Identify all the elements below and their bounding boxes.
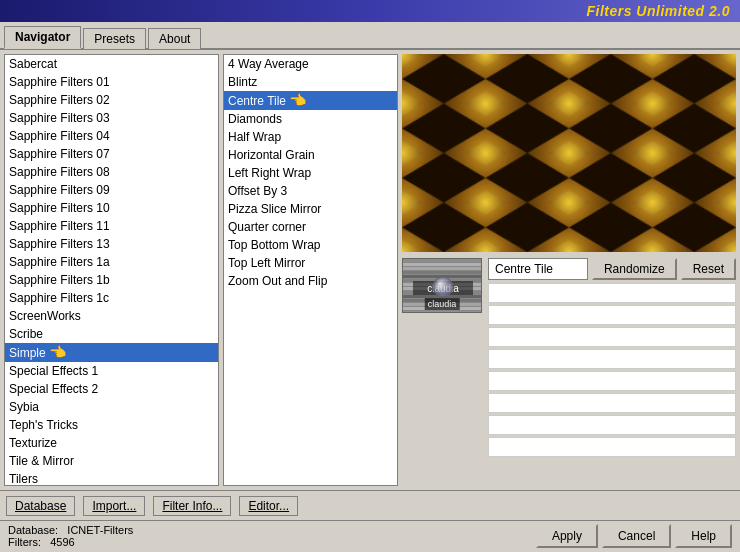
database-button[interactable]: Database <box>6 496 75 516</box>
param-row-4 <box>488 349 736 369</box>
status-bar: Database: ICNET-Filters Filters: 4596 Ap… <box>0 520 740 550</box>
import-button[interactable]: Import... <box>83 496 145 516</box>
cancel-button[interactable]: Cancel <box>602 524 671 548</box>
filter-info-button[interactable]: Filter Info... <box>153 496 231 516</box>
help-button[interactable]: Help <box>675 524 732 548</box>
tab-bar: Navigator Presets About <box>0 22 740 50</box>
bottom-toolbar: Database Import... Filter Info... Editor… <box>0 490 740 520</box>
filter-name-display: Centre Tile <box>488 258 588 280</box>
list-item[interactable]: Sapphire Filters 09 <box>5 181 218 199</box>
filter-list-panel: 4 Way AverageBlintzCentre Tile 👈Diamonds… <box>223 54 398 486</box>
filter-item[interactable]: Top Bottom Wrap <box>224 236 397 254</box>
param-row-5 <box>488 371 736 391</box>
randomize-reset: Randomize Reset <box>592 258 736 280</box>
list-item[interactable]: Sapphire Filters 13 <box>5 235 218 253</box>
filters-label: Filters: <box>8 536 41 548</box>
list-item[interactable]: Special Effects 1 <box>5 362 218 380</box>
param-row-8 <box>488 437 736 457</box>
list-item[interactable]: Sybia <box>5 398 218 416</box>
filter-item[interactable]: Blintz <box>224 73 397 91</box>
list-item[interactable]: Sapphire Filters 01 <box>5 73 218 91</box>
editor-button[interactable]: Editor... <box>239 496 298 516</box>
title-bar: Filters Unlimited 2.0 <box>0 0 740 22</box>
list-item[interactable]: Sapphire Filters 08 <box>5 163 218 181</box>
filter-item[interactable]: Diamonds <box>224 110 397 128</box>
reset-button[interactable]: Reset <box>681 258 736 280</box>
list-item[interactable]: Sapphire Filters 1c <box>5 289 218 307</box>
filter-item[interactable]: 4 Way Average <box>224 55 397 73</box>
category-list[interactable]: SabercatSapphire Filters 01Sapphire Filt… <box>4 54 219 486</box>
database-label: Database: <box>8 524 58 536</box>
database-value: ICNET-Filters <box>67 524 133 536</box>
apply-button[interactable]: Apply <box>536 524 598 548</box>
status-buttons: Apply Cancel Help <box>536 524 732 548</box>
list-item[interactable]: Tile & Mirror <box>5 452 218 470</box>
param-row-3 <box>488 327 736 347</box>
app-title: Filters Unlimited 2.0 <box>586 3 730 19</box>
filters-value: 4596 <box>50 536 74 548</box>
filter-item[interactable]: Half Wrap <box>224 128 397 146</box>
list-item[interactable]: Sapphire Filters 10 <box>5 199 218 217</box>
list-item[interactable]: Tilers <box>5 470 218 486</box>
filter-item[interactable]: Top Left Mirror <box>224 254 397 272</box>
list-item[interactable]: Texturize <box>5 434 218 452</box>
filter-item[interactable]: Quarter corner <box>224 218 397 236</box>
left-panel: SabercatSapphire Filters 01Sapphire Filt… <box>4 54 219 486</box>
filter-item[interactable]: Left Right Wrap <box>224 164 397 182</box>
tab-about[interactable]: About <box>148 28 201 49</box>
param-row-2 <box>488 305 736 325</box>
list-item[interactable]: Sapphire Filters 02 <box>5 91 218 109</box>
param-row-7 <box>488 415 736 435</box>
list-item[interactable]: Teph's Tricks <box>5 416 218 434</box>
tab-navigator[interactable]: Navigator <box>4 26 81 49</box>
param-row-6 <box>488 393 736 413</box>
filter-item[interactable]: Offset By 3 <box>224 182 397 200</box>
preview-canvas <box>402 54 736 252</box>
list-item[interactable]: Sapphire Filters 1b <box>5 271 218 289</box>
list-item[interactable]: Sapphire Filters 03 <box>5 109 218 127</box>
list-item[interactable]: Special Effects 2 <box>5 380 218 398</box>
filters-info: Filters: 4596 <box>8 536 133 548</box>
list-item[interactable]: Simple 👈 <box>5 343 218 362</box>
status-info: Database: ICNET-Filters Filters: 4596 <box>8 524 133 548</box>
thumbnail-label: claudia <box>425 298 460 310</box>
thumbnail-area: claudia <box>402 258 482 313</box>
tab-presets[interactable]: Presets <box>83 28 146 49</box>
filter-item[interactable]: Horizontal Grain <box>224 146 397 164</box>
database-info: Database: ICNET-Filters <box>8 524 133 536</box>
list-item[interactable]: Sapphire Filters 07 <box>5 145 218 163</box>
param-row-1 <box>488 283 736 303</box>
list-item[interactable]: Sapphire Filters 04 <box>5 127 218 145</box>
bottom-right: claudia Centre Tile Randomize Reset <box>402 258 736 457</box>
list-item[interactable]: Scribe <box>5 325 218 343</box>
right-panel: claudia Centre Tile Randomize Reset <box>402 54 736 486</box>
filter-item[interactable]: Centre Tile 👈 <box>224 91 397 110</box>
filter-list[interactable]: 4 Way AverageBlintzCentre Tile 👈Diamonds… <box>223 54 398 486</box>
filter-item[interactable]: Pizza Slice Mirror <box>224 200 397 218</box>
list-item[interactable]: Sapphire Filters 11 <box>5 217 218 235</box>
list-item[interactable]: ScreenWorks <box>5 307 218 325</box>
randomize-button[interactable]: Randomize <box>592 258 677 280</box>
list-item[interactable]: Sapphire Filters 1a <box>5 253 218 271</box>
parameter-rows <box>488 283 736 457</box>
filter-item[interactable]: Zoom Out and Flip <box>224 272 397 290</box>
list-item[interactable]: Sabercat <box>5 55 218 73</box>
main-content: SabercatSapphire Filters 01Sapphire Filt… <box>0 50 740 490</box>
